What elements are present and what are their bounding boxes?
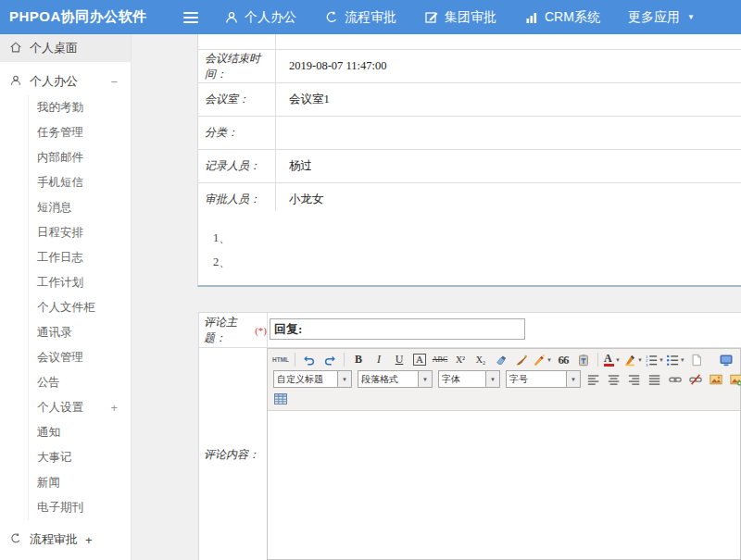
sidebar-subitem[interactable]: 新闻 xyxy=(29,470,131,495)
expand-icon[interactable]: + xyxy=(85,533,93,547)
source-code-button[interactable]: HTML xyxy=(271,352,290,368)
sidebar-subitem[interactable]: 日程安排 xyxy=(29,220,131,245)
caret-down-icon: ▼ xyxy=(680,357,685,363)
caret-down-icon: ▼ xyxy=(485,371,499,387)
field-value: 2019-08-07 11:47:00 xyxy=(276,50,741,82)
sidebar-subitem[interactable]: 我的考勤 xyxy=(29,95,131,120)
undo-icon[interactable] xyxy=(300,352,319,368)
sidebar-subitem[interactable]: 短消息 xyxy=(29,195,131,220)
sidebar-subitem[interactable]: 手机短信 xyxy=(29,170,131,195)
comment-subject-input[interactable] xyxy=(270,318,525,340)
hamburger-menu-icon[interactable] xyxy=(183,9,198,22)
sidebar-subitem[interactable]: 通讯录 xyxy=(29,320,131,345)
quick-format-icon[interactable]: ▼ xyxy=(533,352,552,368)
caret-down-icon: ▼ xyxy=(615,357,621,363)
highlight-color-icon[interactable]: ▼ xyxy=(623,352,643,368)
workflow-icon xyxy=(324,10,339,25)
home-icon xyxy=(9,41,22,56)
sidebar-subitem[interactable]: 工作计划 xyxy=(29,270,131,295)
table-row: 会议室： 会议室1 xyxy=(198,83,741,117)
svg-text:3: 3 xyxy=(646,362,648,366)
field-label: 分类： xyxy=(198,117,276,149)
align-justify-icon[interactable] xyxy=(646,371,664,388)
image-icon[interactable] xyxy=(707,371,725,388)
redo-icon[interactable] xyxy=(320,352,339,368)
note-line: 2、 xyxy=(213,250,741,274)
bold-button[interactable]: B xyxy=(349,352,368,368)
sidebar-subitem[interactable]: 内部邮件 xyxy=(29,145,131,170)
caret-down-icon: ▼ xyxy=(566,371,580,387)
nav-more-apps[interactable]: 更多应用 ▼ xyxy=(628,9,695,26)
paste-clipboard-icon[interactable] xyxy=(574,352,593,368)
sidebar-item-desktop[interactable]: 个人桌面 xyxy=(0,34,131,62)
sidebar-item-personal-office[interactable]: 个人办公 − xyxy=(0,68,131,95)
workflow-icon xyxy=(9,532,22,548)
strikethrough-button[interactable]: ABC xyxy=(431,352,449,368)
align-right-icon[interactable] xyxy=(625,371,644,388)
meeting-info-table: 会议结束时间： 2019-08-07 11:47:00 会议室： 会议室1 分类… xyxy=(197,34,741,217)
sidebar-subitem[interactable]: 大事记 xyxy=(29,445,131,470)
format-brush-icon[interactable] xyxy=(512,352,531,368)
nav-group-approval[interactable]: 集团审批 xyxy=(424,9,496,26)
link-icon[interactable] xyxy=(666,371,684,388)
custom-heading-dropdown[interactable]: 自定义标题 ▼ xyxy=(273,370,352,388)
underline-button[interactable]: U xyxy=(390,352,408,368)
unlink-icon[interactable] xyxy=(686,371,705,388)
app-logo-title: PHPOA协同办公软件 xyxy=(9,8,147,26)
comment-subject-label: 评论主题： (*) xyxy=(199,313,268,347)
format-box-button[interactable]: A xyxy=(410,352,429,368)
topbar: PHPOA协同办公软件 个人办公 流程审批 集团审批 CRM系统 xyxy=(0,0,741,34)
font-color-button[interactable]: A ▼ xyxy=(603,352,622,368)
nav-workflow-approval[interactable]: 流程审批 xyxy=(324,9,396,26)
align-center-icon[interactable] xyxy=(605,371,623,388)
toolbar-row-1: HTML B I U A ABC X² X₂ ▼ xyxy=(270,350,737,369)
font-size-dropdown[interactable]: 字号 ▼ xyxy=(506,370,581,388)
align-left-icon[interactable] xyxy=(584,371,603,388)
required-asterisk: (*) xyxy=(255,325,267,336)
collapse-icon[interactable]: − xyxy=(110,75,118,89)
multi-image-icon[interactable] xyxy=(727,371,741,388)
comment-content-label: 评论内容： xyxy=(199,348,268,560)
superscript-button[interactable]: X² xyxy=(451,352,470,368)
font-family-dropdown[interactable]: 字体 ▼ xyxy=(438,370,500,388)
ordered-list-icon[interactable]: 123 ▼ xyxy=(645,352,664,368)
field-value xyxy=(276,117,741,149)
caret-down-icon: ▼ xyxy=(337,371,351,387)
top-navigation: 个人办公 流程审批 集团审批 CRM系统 更多应用 ▼ xyxy=(224,0,695,34)
sidebar-subitem[interactable]: 电子期刊 xyxy=(29,495,131,520)
table-row: 会议结束时间： 2019-08-07 11:47:00 xyxy=(198,50,741,83)
table-icon[interactable] xyxy=(271,391,290,407)
new-page-icon[interactable] xyxy=(687,352,706,368)
sidebar: 个人桌面 个人办公 − 我的考勤 任务管理 内部邮件 手机短信 xyxy=(0,34,132,560)
toolbar-row-3 xyxy=(270,389,737,408)
unordered-list-icon[interactable]: ▼ xyxy=(666,352,685,368)
caret-down-icon: ▼ xyxy=(546,357,552,363)
editor-toolbar: HTML B I U A ABC X² X₂ ▼ xyxy=(268,349,740,411)
bar-chart-icon xyxy=(524,10,539,25)
sidebar-subitem[interactable]: 公告 xyxy=(29,370,131,395)
fullscreen-icon[interactable] xyxy=(717,352,735,368)
rich-text-editor: HTML B I U A ABC X² X₂ ▼ xyxy=(267,348,741,560)
toolbar-row-2: 自定义标题 ▼ 段落格式 ▼ 字体 ▼ 字号 ▼ xyxy=(270,369,737,389)
edit-square-icon xyxy=(424,10,439,25)
subscript-button[interactable]: X₂ xyxy=(471,352,490,368)
sidebar-item-workflow-approval[interactable]: 流程审批 + xyxy=(0,526,131,554)
paragraph-format-dropdown[interactable]: 段落格式 ▼ xyxy=(358,370,433,388)
nav-personal-office[interactable]: 个人办公 xyxy=(224,9,296,26)
sidebar-subitem[interactable]: 通知 xyxy=(29,420,131,445)
sidebar-subitem[interactable]: 个人文件柜 xyxy=(29,295,131,320)
sidebar-subitem[interactable]: 任务管理 xyxy=(29,120,131,145)
editor-content-area[interactable] xyxy=(268,411,740,559)
expand-icon[interactable]: + xyxy=(110,401,118,415)
table-row: 分类： xyxy=(198,117,741,150)
italic-button[interactable]: I xyxy=(370,352,388,368)
meeting-notes-box[interactable]: 1、 2、 xyxy=(197,211,741,287)
sidebar-subitem[interactable]: 工作日志 xyxy=(29,245,131,270)
sidebar-subitem[interactable]: 会议管理 xyxy=(29,345,131,370)
blockquote-button[interactable]: 66 xyxy=(554,352,572,368)
remove-format-eraser-icon[interactable] xyxy=(492,352,510,368)
nav-crm-system[interactable]: CRM系统 xyxy=(524,9,600,26)
caret-down-icon: ▼ xyxy=(637,357,643,363)
sidebar-subitem[interactable]: 个人设置 + xyxy=(29,395,131,420)
table-row-partial xyxy=(198,34,741,50)
